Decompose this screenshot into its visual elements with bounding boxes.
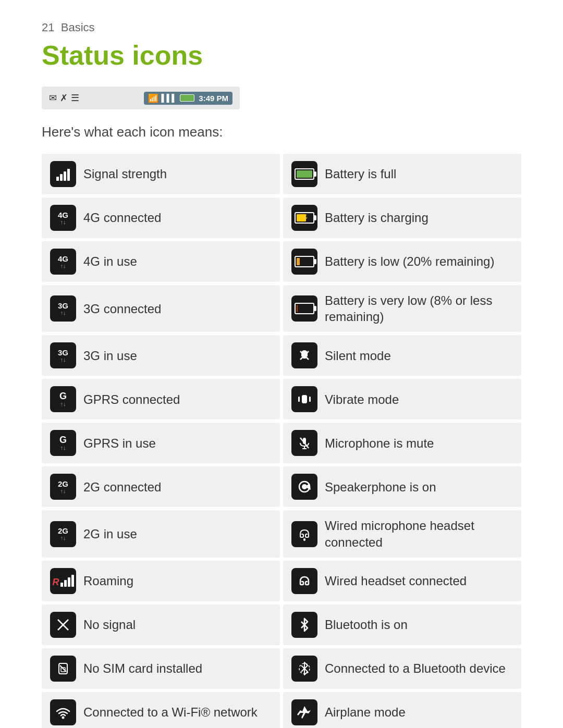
speakerphone-icon [291,474,317,500]
page-number-section: 21 Basics [42,21,521,34]
intro-text: Here's what each icon means: [42,124,521,140]
svg-point-17 [62,716,65,719]
icon-cell-bluetooth-on: Bluetooth is on [283,604,521,645]
silent-mode-label: Silent mode [325,348,391,364]
icon-cell-3g-in-use: 3G↑↓3G in use [42,335,280,376]
airplane-mode-icon [291,699,317,725]
4g-connected-label: 4G connected [83,209,161,226]
svg-rect-2 [298,397,300,402]
wired-mic-headset-icon [291,521,317,547]
4g-in-use-label: 4G in use [83,253,137,269]
4g-in-use-icon: 4G↑↓ [50,249,76,275]
icon-cell-battery-full: Battery is full [283,154,521,194]
silent-mode-icon [291,342,317,368]
icon-cell-mic-mute: Microphone is mute [283,423,521,463]
icon-cell-bluetooth-connected: Connected to a Bluetooth device [283,648,521,689]
3g-connected-label: 3G connected [83,301,161,317]
page-title: Status icons [42,40,521,71]
battery-very-low-label: Battery is very low (8% or less remainin… [325,292,513,325]
4g-connected-icon: 4G↑↓ [50,205,76,231]
icon-cell-speakerphone: Speakerphone is on [283,466,521,507]
bluetooth-on-icon [291,612,317,638]
no-signal-label: No signal [83,616,136,633]
icon-cell-battery-charging: ⚡Battery is charging [283,198,521,238]
icon-cell-4g-in-use: 4G↑↓4G in use [42,241,280,282]
icon-cell-no-signal: No signal [42,604,280,645]
roaming-icon: R [50,568,76,594]
no-signal-icon [50,612,76,638]
signal-strength-icon [50,161,76,187]
bluetooth-connected-label: Connected to a Bluetooth device [325,660,506,676]
bluetooth-on-label: Bluetooth is on [325,616,408,633]
icon-cell-airplane-mode: Airplane mode [283,692,521,728]
vibrate-mode-icon [291,386,317,412]
gprs-in-use-label: GPRS in use [83,435,156,451]
wired-headset-label: Wired headset connected [325,573,467,589]
3g-in-use-label: 3G in use [83,348,137,364]
2g-in-use-icon: 2G↑↓ [50,521,76,547]
battery-full-icon [291,161,317,187]
battery-charging-icon: ⚡ [291,205,317,231]
gprs-in-use-icon: G↑↓ [50,430,76,456]
svg-rect-10 [303,538,305,541]
signal-strength-label: Signal strength [83,166,167,182]
icon-cell-2g-in-use: 2G↑↓2G in use [42,510,280,557]
battery-charging-label: Battery is charging [325,209,429,226]
icon-cell-roaming: RRoaming [42,561,280,601]
bluetooth-connected-icon [291,656,317,682]
icon-cell-wired-mic-headset: Wired microphone headset connected [283,510,521,557]
icons-grid: Signal strengthBattery is full4G↑↓4G con… [42,154,521,728]
mic-mute-icon [291,430,317,456]
icon-cell-2g-connected: 2G↑↓2G connected [42,466,280,507]
icon-cell-signal-strength: Signal strength [42,154,280,194]
icon-cell-battery-low: Battery is low (20% remaining) [283,241,521,282]
wired-mic-headset-label: Wired microphone headset connected [325,517,513,550]
icon-cell-battery-very-low: Battery is very low (8% or less remainin… [283,285,521,332]
icon-cell-gprs-in-use: G↑↓GPRS in use [42,423,280,463]
2g-connected-label: 2G connected [83,479,161,495]
icon-cell-wired-headset: Wired headset connected [283,561,521,601]
icon-cell-3g-connected: 3G↑↓3G connected [42,285,280,332]
icon-cell-4g-connected: 4G↑↓4G connected [42,198,280,238]
vibrate-mode-label: Vibrate mode [325,391,399,408]
svg-rect-3 [309,397,311,402]
battery-low-label: Battery is low (20% remaining) [325,253,494,269]
3g-connected-icon: 3G↑↓ [50,295,76,322]
gprs-connected-icon: G↑↓ [50,386,76,412]
no-sim-label: No SIM card installed [83,660,202,676]
icon-cell-no-sim: No SIM card installed [42,648,280,689]
3g-in-use-icon: 3G↑↓ [50,342,76,368]
battery-very-low-icon [291,295,317,322]
status-bar-example: ✉ ✗ ☰ 📶 ▌▌▌ 3:49 PM [42,87,240,109]
battery-full-label: Battery is full [325,166,396,182]
airplane-mode-label: Airplane mode [325,704,406,720]
icon-cell-vibrate-mode: Vibrate mode [283,379,521,419]
roaming-label: Roaming [83,573,133,589]
no-sim-icon [50,656,76,682]
2g-in-use-label: 2G in use [83,526,137,542]
battery-low-icon [291,249,317,275]
mic-mute-label: Microphone is mute [325,435,434,451]
icon-cell-silent-mode: Silent mode [283,335,521,376]
icon-cell-wifi-network: Connected to a Wi-Fi® network [42,692,280,728]
wired-headset-icon [291,568,317,594]
svg-rect-1 [302,395,307,403]
wifi-network-icon [50,699,76,725]
2g-connected-icon: 2G↑↓ [50,474,76,500]
gprs-connected-label: GPRS connected [83,391,180,408]
icon-cell-gprs-connected: G↑↓GPRS connected [42,379,280,419]
speakerphone-label: Speakerphone is on [325,479,436,495]
wifi-network-label: Connected to a Wi-Fi® network [83,704,258,720]
svg-rect-0 [303,356,306,359]
